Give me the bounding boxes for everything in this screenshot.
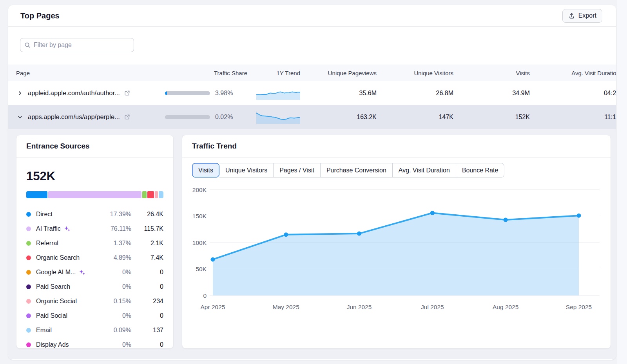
avg-visit-duration-value: 11:13 [530, 114, 616, 121]
traffic-trend-title: Traffic Trend [192, 142, 237, 150]
legend-item-ai-traffic: AI Traffic76.11%115.7K [26, 221, 163, 236]
legend-percent: 1.37% [101, 240, 131, 247]
trend-sparkline [256, 86, 300, 100]
avg-visit-duration-value: 04:25 [530, 90, 616, 97]
legend-percent: 0.09% [101, 327, 131, 334]
trend-sparkline [256, 110, 300, 124]
legend-item-referral: Referral1.37%2.1K [26, 236, 163, 250]
legend-percent: 0% [101, 341, 131, 348]
legend-percent: 0% [101, 269, 131, 276]
unique-visitors-value: 26.8M [377, 90, 453, 97]
external-link-icon[interactable] [124, 114, 130, 120]
legend-color-dot [26, 212, 31, 217]
tab-unique-visitors[interactable]: Unique Visitors [219, 163, 274, 177]
traffic-share-value: 0.02% [215, 114, 233, 121]
filter-input[interactable] [20, 38, 134, 52]
column-header-visits: Visits [453, 70, 530, 76]
unique-visitors-value: 147K [377, 114, 453, 121]
column-header-page: Page [16, 70, 165, 76]
page-title: Top Pages [20, 11, 60, 20]
search-icon [24, 42, 31, 48]
table-row-expanded[interactable]: apps.apple.com/us/app/perple... 0.02% 16… [8, 105, 616, 129]
legend-value: 0 [131, 341, 163, 348]
export-button[interactable]: Export [562, 9, 602, 23]
svg-text:150K: 150K [192, 213, 207, 219]
unique-pageviews-value: 163.2K [300, 114, 377, 121]
legend-value: 234 [131, 298, 163, 305]
table-row[interactable]: appleid.apple.com/auth/author... 3.98% 3… [8, 81, 616, 105]
column-header-1y-trend: 1Y Trend [247, 70, 300, 76]
bar-segment-ai-traffic [48, 191, 141, 198]
bar-segment-referral [142, 191, 147, 198]
svg-text:May 2025: May 2025 [273, 304, 299, 310]
legend-color-dot [26, 226, 31, 231]
traffic-share-bar [165, 91, 210, 95]
svg-text:Apr 2025: Apr 2025 [201, 304, 225, 310]
legend-item-organic-social: Organic Social0.15%234 [26, 294, 163, 308]
legend-label: Paid Social [36, 312, 67, 319]
entrance-sources-title: Entrance Sources [26, 142, 90, 150]
legend-color-dot [26, 284, 31, 289]
tab-visits[interactable]: Visits [192, 163, 219, 177]
metric-tabs: VisitsUnique VisitorsPages / VisitPurcha… [192, 163, 504, 177]
legend-percent: 0% [101, 283, 131, 290]
unique-pageviews-value: 35.6M [300, 90, 377, 97]
legend-item-organic-search: Organic Search4.89%7.4K [26, 250, 163, 265]
legend-item-google-ai-m: Google AI M...0%0 [26, 265, 163, 279]
legend-color-dot [26, 328, 31, 333]
legend-value: 0 [131, 269, 163, 276]
ai-sparkle-icon [64, 226, 71, 232]
traffic-share-bar [165, 115, 210, 119]
bar-segment-organic-social [155, 191, 158, 198]
legend-value: 0 [131, 312, 163, 319]
traffic-trend-header: Traffic Trend [182, 135, 611, 158]
legend-percent: 0.15% [101, 298, 131, 305]
visits-value: 34.9M [453, 90, 530, 97]
page-gutter [617, 0, 627, 364]
legend-value: 0 [131, 283, 163, 290]
tab-purchase-conversion[interactable]: Purchase Conversion [321, 163, 393, 177]
legend-color-dot [26, 299, 31, 304]
external-link-icon[interactable] [124, 90, 130, 96]
chevron-right-icon[interactable] [16, 89, 24, 97]
svg-text:Jun 2025: Jun 2025 [347, 304, 372, 310]
legend-color-dot [26, 270, 31, 275]
export-label: Export [578, 12, 596, 19]
legend-percent: 76.11% [101, 225, 131, 232]
legend-value: 7.4K [131, 254, 163, 261]
tab-avg-visit-duration[interactable]: Avg. Visit Duration [393, 163, 456, 177]
legend-item-email: Email0.09%137 [26, 323, 163, 337]
page-link[interactable]: apps.apple.com/us/app/perple... [28, 113, 120, 121]
legend-value: 137 [131, 327, 163, 334]
svg-text:0: 0 [203, 292, 207, 299]
filter-row [8, 27, 616, 65]
entrance-sources-header: Entrance Sources [16, 135, 173, 158]
svg-text:Jul 2025: Jul 2025 [421, 304, 444, 310]
svg-text:50K: 50K [196, 266, 207, 272]
entrance-sources-total: 152K [26, 169, 163, 183]
legend-item-paid-search: Paid Search0%0 [26, 279, 163, 294]
bar-segment-organic-search [147, 191, 154, 198]
legend-label: Organic Search [36, 254, 80, 261]
legend-color-dot [26, 255, 31, 260]
bar-segment-email [159, 191, 163, 198]
column-header-unique-visitors: Unique Visitors [377, 70, 453, 76]
legend-percent: 17.39% [101, 211, 131, 218]
legend-label: Paid Search [36, 283, 70, 290]
tab-bounce-rate[interactable]: Bounce Rate [456, 163, 505, 177]
legend-percent: 0% [101, 312, 131, 319]
visits-value: 152K [453, 114, 530, 121]
svg-text:200K: 200K [192, 187, 207, 193]
legend-percent: 4.89% [101, 254, 131, 261]
traffic-share-value: 3.98% [215, 90, 233, 97]
legend-label: Display Ads [36, 341, 69, 348]
svg-text:Sep 2025: Sep 2025 [566, 304, 592, 310]
page-link[interactable]: appleid.apple.com/auth/author... [28, 89, 120, 97]
legend-value: 26.4K [131, 211, 163, 218]
column-header-traffic-share: Traffic Share [165, 70, 247, 76]
tab-pages-visit[interactable]: Pages / Visit [274, 163, 321, 177]
expanded-row-details: Entrance Sources 152K Direct17.39%26.4KA… [8, 129, 616, 359]
chevron-down-icon[interactable] [16, 113, 24, 121]
legend-item-display-ads: Display Ads0%0 [26, 337, 163, 349]
svg-text:100K: 100K [192, 239, 207, 246]
